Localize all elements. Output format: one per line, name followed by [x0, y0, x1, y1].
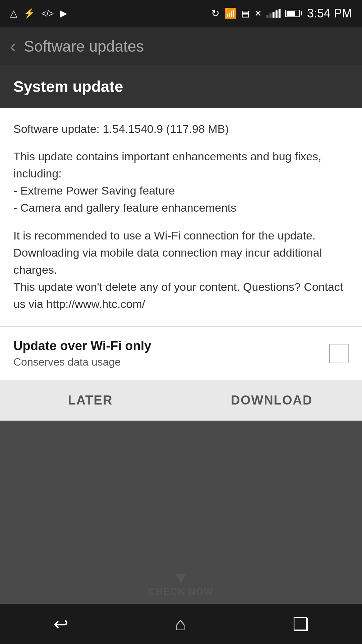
- status-bar-left: △ ⚡ </> ▶: [10, 9, 67, 18]
- signal-bars: [266, 9, 281, 18]
- battery-icon: [285, 10, 302, 17]
- code-icon: </>: [41, 9, 54, 18]
- wifi-only-row[interactable]: Update over Wi-Fi only Conserves data us…: [0, 327, 362, 380]
- dialog-title: System update: [13, 78, 123, 95]
- wifi-only-text: Update over Wi-Fi only Conserves data us…: [13, 339, 329, 368]
- wifi-only-title: Update over Wi-Fi only: [13, 339, 329, 353]
- system-update-dialog: System update Software update: 1.54.1540…: [0, 65, 362, 421]
- wifi-recommendation: It is recommended to use a Wi-Fi connect…: [13, 227, 349, 326]
- check-now-label[interactable]: CHECK NOW: [148, 586, 214, 597]
- nav-bar: ↩ ⌂ ❑: [0, 604, 362, 644]
- dialog-overlay: System update Software update: 1.54.1540…: [0, 65, 362, 604]
- play-icon: ▶: [60, 9, 67, 18]
- status-bar-right: ↻ 📶 ▤ ✕ 3:54 PM: [211, 6, 352, 20]
- background-content: System update Software update: 1.54.1540…: [0, 65, 362, 604]
- update-version: Software update: 1.54.1540.9 (117.98 MB): [13, 121, 349, 137]
- toolbar: ‹ Software updates: [0, 27, 362, 65]
- wifi-only-checkbox[interactable]: [329, 344, 349, 363]
- wifi-icon: 📶: [224, 8, 237, 18]
- download-button[interactable]: DOWNLOAD: [181, 380, 362, 421]
- status-time: 3:54 PM: [307, 6, 352, 20]
- usb-icon: ⚡: [23, 9, 35, 18]
- update-description: This update contains important enhanceme…: [13, 148, 349, 216]
- later-button[interactable]: LATER: [0, 380, 181, 421]
- bullet-points: - Extreme Power Saving feature- Camera a…: [13, 184, 236, 214]
- dialog-header: System update: [0, 65, 362, 108]
- x-icon: ✕: [254, 9, 262, 18]
- check-now-area[interactable]: ▼ CHECK NOW: [0, 570, 362, 604]
- status-bar: △ ⚡ </> ▶ ↻ 📶 ▤ ✕ 3:54 PM: [0, 0, 362, 27]
- sd-icon: ▤: [241, 9, 250, 18]
- check-now-arrow-icon: ▼: [173, 570, 189, 586]
- wifi-only-subtitle: Conserves data usage: [13, 356, 329, 368]
- nav-home-icon[interactable]: ⌂: [175, 613, 186, 634]
- toolbar-title: Software updates: [24, 37, 144, 55]
- sync-icon: ↻: [211, 8, 220, 18]
- nav-back-icon[interactable]: ↩: [53, 613, 68, 635]
- dialog-footer: LATER DOWNLOAD: [0, 380, 362, 421]
- dialog-body: Software update: 1.54.1540.9 (117.98 MB)…: [0, 108, 362, 326]
- nav-recent-icon[interactable]: ❑: [293, 613, 309, 635]
- alert-icon: △: [10, 9, 17, 18]
- back-button[interactable]: ‹: [10, 38, 16, 55]
